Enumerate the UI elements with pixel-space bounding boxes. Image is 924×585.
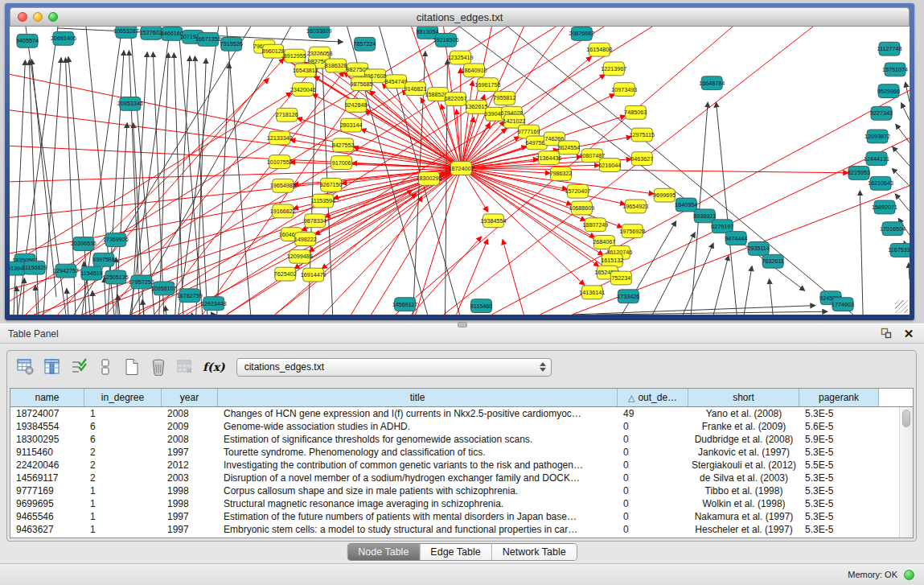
splitter-handle[interactable] xyxy=(458,322,467,328)
table-cell[interactable]: 14569117 xyxy=(10,472,84,484)
table-cell[interactable]: 6 xyxy=(84,434,162,445)
table-cell[interactable]: 5.3E-5 xyxy=(799,447,879,458)
table-cell[interactable]: Stergiakouli et al. (2012) xyxy=(688,459,799,471)
table-cell[interactable]: Structural magnetic resonance image aver… xyxy=(218,498,618,509)
table-row[interactable]: 2242004622012Investigating the contribut… xyxy=(10,459,913,472)
table-cell[interactable]: Investigating the contribution of common… xyxy=(218,459,618,471)
table-row[interactable]: 946554611997Estimation of the future num… xyxy=(10,510,913,523)
table-cell[interactable]: 0 xyxy=(618,485,688,496)
table-cell[interactable]: 1997 xyxy=(162,447,218,458)
table-cell[interactable]: Genome-wide association studies in ADHD. xyxy=(218,421,618,432)
window-titlebar[interactable]: citations_edges.txt xyxy=(10,7,910,27)
table-cell[interactable]: Hescheler et al. (1997) xyxy=(688,524,799,535)
table-settings-icon[interactable] xyxy=(15,356,36,377)
table-cell[interactable]: 0 xyxy=(618,472,688,484)
tab-network-table[interactable]: Network Table xyxy=(492,544,577,560)
table-cell[interactable]: 2012 xyxy=(162,459,218,471)
table-cell[interactable]: Estimation of the future numbers of pati… xyxy=(218,511,618,522)
table-cell[interactable]: Yano et al. (2008) xyxy=(688,408,799,419)
table-cell[interactable]: 0 xyxy=(618,447,688,458)
import-table-icon-disabled[interactable] xyxy=(175,356,195,377)
table-cell[interactable]: 0 xyxy=(618,511,688,522)
close-panel-icon[interactable]: ✕ xyxy=(901,328,916,340)
column-header-short[interactable]: short xyxy=(688,389,799,406)
table-cell[interactable]: 9115460 xyxy=(10,447,84,458)
table-row[interactable]: 911546021997Tourette syndrome. Phenomeno… xyxy=(10,446,913,459)
table-cell[interactable]: 5.3E-5 xyxy=(799,472,879,484)
column-header-year[interactable]: year xyxy=(162,389,218,406)
column-header-pagerank[interactable]: pagerank xyxy=(799,389,879,406)
window-resize-grip[interactable] xyxy=(895,300,908,313)
select-rows-icon[interactable] xyxy=(68,356,89,377)
table-cell[interactable]: 1 xyxy=(84,498,162,509)
table-cell[interactable]: Changes of HCN gene expression and I(f) … xyxy=(218,408,618,419)
table-cell[interactable]: 5.9E-5 xyxy=(799,434,879,445)
table-cell[interactable]: Wolkin et al. (1998) xyxy=(688,498,799,509)
table-cell[interactable]: de Silva et al. (2003) xyxy=(688,472,799,484)
table-row[interactable]: 1456911722003Disruption of a novel membe… xyxy=(10,472,913,484)
table-cell[interactable]: 1 xyxy=(84,511,162,522)
column-header-title[interactable]: title xyxy=(218,389,618,406)
table-cell[interactable]: Franke et al. (2009) xyxy=(688,421,799,432)
table-row[interactable]: 977716911998Corpus callosum shape and si… xyxy=(10,484,913,497)
vertical-scrollbar[interactable] xyxy=(899,407,913,538)
table-cell[interactable]: 0 xyxy=(618,459,688,471)
table-cell[interactable]: Nakamura et al. (1997) xyxy=(688,511,799,522)
table-cell[interactable]: 1 xyxy=(84,408,162,419)
table-cell[interactable]: 9463627 xyxy=(10,524,84,535)
table-cell[interactable]: 6 xyxy=(84,421,162,432)
table-row[interactable]: 1830029562008Estimation of significance … xyxy=(10,433,913,446)
column-header-out-de-[interactable]: △out_de… xyxy=(618,389,688,406)
table-cell[interactable]: 2 xyxy=(84,459,162,471)
table-cell[interactable]: 2008 xyxy=(162,408,218,419)
table-cell[interactable]: 0 xyxy=(618,421,688,432)
table-cell[interactable]: 2 xyxy=(84,472,162,484)
float-panel-icon[interactable] xyxy=(879,328,893,340)
table-cell[interactable]: 5.3E-5 xyxy=(799,511,879,522)
merge-rows-icon[interactable] xyxy=(95,356,116,377)
table-cell[interactable]: 0 xyxy=(618,498,688,509)
table-cell[interactable]: 9465546 xyxy=(10,511,84,522)
table-cell[interactable]: 5.3E-5 xyxy=(799,408,879,419)
table-cell[interactable]: 19384554 xyxy=(10,421,84,432)
table-cell[interactable]: 18724007 xyxy=(10,408,84,419)
table-cell[interactable]: 1998 xyxy=(162,485,218,496)
table-cell[interactable]: Corpus callosum shape and size in male p… xyxy=(218,485,618,496)
table-cell[interactable]: Dudbridge et al. (2008) xyxy=(688,434,799,445)
table-selector-dropdown[interactable]: citations_edges.txt xyxy=(236,358,552,377)
scrollbar-thumb[interactable] xyxy=(902,410,910,427)
table-cell[interactable]: 2 xyxy=(84,447,162,458)
table-cell[interactable]: Estimation of significance thresholds fo… xyxy=(218,434,618,445)
table-cell[interactable]: 5.6E-5 xyxy=(799,421,879,432)
table-cell[interactable]: Embryonic stem cells: a model to study s… xyxy=(218,524,618,535)
table-row[interactable]: 946362711997Embryonic stem cells: a mode… xyxy=(10,523,913,536)
column-settings-icon[interactable] xyxy=(42,356,63,377)
table-cell[interactable]: Disruption of a novel member of a sodium… xyxy=(218,472,618,484)
table-cell[interactable]: 1997 xyxy=(162,511,218,522)
table-cell[interactable]: Tibbo et al. (1998) xyxy=(688,485,799,496)
tab-edge-table[interactable]: Edge Table xyxy=(420,544,491,560)
table-cell[interactable]: 2008 xyxy=(162,434,218,445)
table-cell[interactable]: 0 xyxy=(618,434,688,445)
table-cell[interactable]: 18300295 xyxy=(10,434,84,445)
table-cell[interactable]: 1 xyxy=(84,524,162,535)
table-cell[interactable]: 5.3E-5 xyxy=(799,485,879,496)
table-cell[interactable]: 5.5E-5 xyxy=(799,459,879,471)
table-cell[interactable]: Jankovic et al. (1997) xyxy=(688,447,799,458)
table-cell[interactable]: 9699695 xyxy=(10,498,84,509)
table-cell[interactable]: 9777169 xyxy=(10,485,84,496)
table-cell[interactable]: 22420046 xyxy=(10,459,84,471)
network-canvas[interactable]: 1872400794055742069140610653287152760284… xyxy=(10,27,910,315)
table-cell[interactable]: 1 xyxy=(84,485,162,496)
table-cell[interactable]: Tourette syndrome. Phenomenology and cla… xyxy=(218,447,618,458)
table-cell[interactable]: 5.3E-5 xyxy=(799,498,879,509)
column-header-in-degree[interactable]: in_degree xyxy=(84,389,162,406)
tab-node-table[interactable]: Node Table xyxy=(347,544,420,560)
table-cell[interactable]: 1997 xyxy=(162,524,218,535)
table-row[interactable]: 1872400712008Changes of HCN gene express… xyxy=(10,407,913,420)
network-window[interactable]: citations_edges.txt 18724007940557420691… xyxy=(5,3,914,320)
table-cell[interactable]: 2009 xyxy=(162,421,218,432)
table-cell[interactable]: 2003 xyxy=(162,472,218,484)
table-cell[interactable]: 0 xyxy=(618,524,688,535)
table-row[interactable]: 1938455462009Genome-wide association stu… xyxy=(10,420,913,433)
